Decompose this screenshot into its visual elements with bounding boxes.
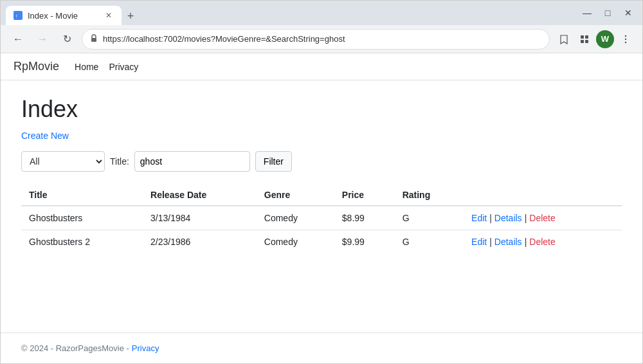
maximize-button[interactable]: □ xyxy=(599,4,617,22)
browser-tab[interactable]: i Index - Movie ✕ xyxy=(6,6,122,25)
main-content: Index Create New All Comedy Drama Romanc… xyxy=(1,80,642,332)
table-row: Ghostbusters 3/13/1984 Comedy $8.99 G Ed… xyxy=(21,206,622,230)
svg-point-9 xyxy=(625,41,626,42)
col-price: Price xyxy=(334,185,395,206)
tab-favicon: i xyxy=(14,11,23,20)
minimize-button[interactable]: — xyxy=(578,4,596,22)
tab-title: Index - Movie xyxy=(28,11,78,21)
cell-genre: Comedy xyxy=(257,206,334,230)
tab-close-button[interactable]: ✕ xyxy=(104,10,114,21)
cell-rating: G xyxy=(395,230,464,254)
cell-title: Ghostbusters 2 xyxy=(21,230,143,254)
profile-button[interactable]: W xyxy=(596,30,614,48)
cell-actions: Edit | Details | Delete xyxy=(464,230,622,254)
movies-table: Title Release Date Genre Price Rating Gh… xyxy=(21,185,622,253)
site-navigation: RpMovie Home Privacy xyxy=(1,53,642,80)
filter-button[interactable]: Filter xyxy=(255,151,292,172)
col-title: Title xyxy=(21,185,143,206)
create-new-link[interactable]: Create New xyxy=(21,131,69,141)
forward-button[interactable]: → xyxy=(33,30,52,49)
details-link[interactable]: Details xyxy=(494,213,522,223)
footer-privacy-link[interactable]: Privacy xyxy=(132,343,159,353)
col-genre: Genre xyxy=(257,185,334,206)
svg-point-8 xyxy=(625,38,626,39)
details-link[interactable]: Details xyxy=(494,237,522,247)
filter-form: All Comedy Drama Romance Sci-Fi Title: F… xyxy=(21,151,622,172)
separator: | xyxy=(489,213,492,223)
lock-icon xyxy=(90,34,98,44)
edit-link[interactable]: Edit xyxy=(471,213,487,223)
site-footer: © 2024 - RazorPagesMovie - Privacy xyxy=(1,332,642,363)
footer-copyright: © 2024 - RazorPagesMovie - xyxy=(21,343,129,353)
cell-release-date: 2/23/1986 xyxy=(143,230,257,254)
separator: | xyxy=(525,237,527,247)
menu-button[interactable] xyxy=(617,30,635,48)
back-button[interactable]: ← xyxy=(8,30,28,49)
cell-price: $9.99 xyxy=(334,230,395,254)
new-tab-button[interactable]: + xyxy=(122,7,140,25)
bookmark-button[interactable] xyxy=(555,30,573,48)
title-label: Title: xyxy=(110,156,129,167)
svg-point-7 xyxy=(625,35,626,36)
table-row: Ghostbusters 2 2/23/1986 Comedy $9.99 G … xyxy=(21,230,622,254)
col-actions xyxy=(464,185,622,206)
cell-title: Ghostbusters xyxy=(21,206,143,230)
site-brand: RpMovie xyxy=(14,60,59,73)
svg-rect-3 xyxy=(581,35,584,39)
svg-rect-4 xyxy=(585,35,588,39)
cell-release-date: 3/13/1984 xyxy=(143,206,257,230)
separator: | xyxy=(489,237,492,247)
nav-home[interactable]: Home xyxy=(75,62,98,72)
svg-rect-2 xyxy=(91,38,96,42)
delete-link[interactable]: Delete xyxy=(529,213,555,223)
svg-rect-6 xyxy=(585,40,588,43)
separator: | xyxy=(525,213,527,223)
cell-rating: G xyxy=(395,206,464,230)
cell-actions: Edit | Details | Delete xyxy=(464,206,622,230)
reload-button[interactable]: ↻ xyxy=(57,30,77,49)
page-title: Index xyxy=(21,96,622,123)
title-input[interactable] xyxy=(134,151,250,172)
col-rating: Rating xyxy=(395,185,464,206)
address-bar[interactable]: https://localhost:7002/movies?MovieGenre… xyxy=(82,29,550,50)
edit-link[interactable]: Edit xyxy=(471,237,487,247)
nav-privacy[interactable]: Privacy xyxy=(109,62,138,72)
cell-genre: Comedy xyxy=(257,230,334,254)
genre-select[interactable]: All Comedy Drama Romance Sci-Fi xyxy=(21,151,105,172)
svg-rect-5 xyxy=(581,40,584,43)
col-release-date: Release Date xyxy=(143,185,257,206)
cell-price: $8.99 xyxy=(334,206,395,230)
nav-links: Home Privacy xyxy=(75,62,138,72)
close-button[interactable]: ✕ xyxy=(619,4,637,22)
delete-link[interactable]: Delete xyxy=(529,237,555,247)
url-text: https://localhost:7002/movies?MovieGenre… xyxy=(103,34,541,44)
extensions-button[interactable] xyxy=(575,30,593,48)
